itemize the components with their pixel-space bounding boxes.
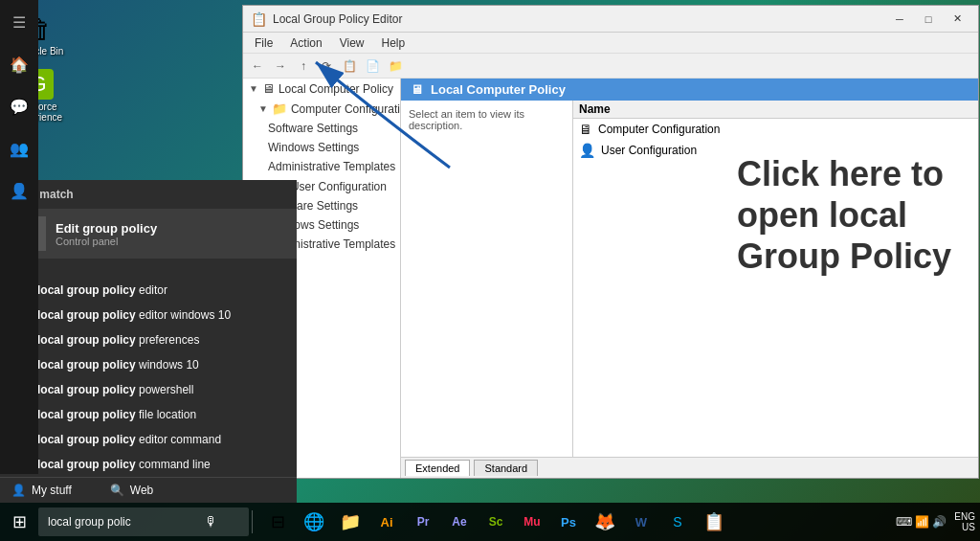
best-match-title: Edit group policy	[56, 221, 157, 236]
toolbar-up[interactable]: ↑	[293, 56, 314, 77]
tree-sw-label: Software Settings	[268, 122, 358, 135]
tree-uc-label: User Configuration	[291, 180, 387, 193]
best-match-label: Best match	[0, 180, 297, 209]
toolbar-refresh[interactable]: ⟳	[316, 56, 337, 77]
taskbar-mic-icon[interactable]: 🎙	[205, 514, 218, 530]
web-button[interactable]: 🔍 Web	[110, 484, 153, 497]
start-menu-footer: 👤 My stuff 🔍 Web	[0, 477, 297, 503]
gpe-desc-text: Select an item to view its description.	[409, 108, 524, 131]
maximize-button[interactable]: □	[915, 10, 942, 29]
gpe-list-header: Name	[573, 101, 978, 119]
tree-computer-config[interactable]: ▼ 📁 Computer Configuration	[243, 99, 400, 119]
sidebar-people-icon[interactable]: 👥	[2, 131, 36, 166]
taskbar-explorer[interactable]: 📁	[333, 505, 368, 539]
taskbar-firefox[interactable]: 🦊	[588, 505, 622, 539]
taskbar-sc[interactable]: Sc	[479, 505, 513, 539]
taskbar-notepad[interactable]: 📋	[697, 505, 731, 539]
search-result-4[interactable]: 🔍 local group policy powershell	[0, 377, 297, 402]
search-result-text-5: local group policy file location	[37, 408, 196, 421]
taskbar-right: ⌨ 📶 🔊 ENGUS	[896, 511, 980, 532]
search-result-5[interactable]: 🔍 local group policy file location	[0, 402, 297, 427]
toolbar-btn3[interactable]: 📁	[385, 56, 406, 77]
gpe-title-text: Local Group Policy Editor	[273, 12, 880, 26]
tree-admin-templates[interactable]: Administrative Templates	[243, 157, 400, 176]
taskbar-ae[interactable]: Ae	[442, 505, 477, 539]
sidebar-hamburger-icon[interactable]: ☰	[2, 5, 36, 39]
search-result-3[interactable]: 🔍 local group policy windows 10	[0, 352, 297, 377]
menu-file[interactable]: File	[247, 34, 280, 52]
my-stuff-label: My stuff	[32, 484, 72, 497]
taskbar-ps[interactable]: Ps	[551, 505, 586, 539]
search-result-1[interactable]: 🔍 local group policy editor windows 10	[0, 303, 297, 327]
toolbar-btn1[interactable]: 📋	[339, 56, 360, 77]
search-result-text-1: local group policy editor windows 10	[37, 308, 231, 322]
taskbar: ⊞ 🎙 ⊟ 🌐 📁 Ai Pr Ae Sc Mu Ps 🦊 W S 📋 ⌨ 📶 …	[0, 503, 980, 541]
gpe-right-panel: 🖥 Local Computer Policy Select an item t…	[401, 79, 978, 478]
tree-sw-settings[interactable]: Software Settings	[243, 119, 400, 138]
search-result-text-2: local group policy preferences	[37, 333, 199, 347]
taskbar-edge[interactable]: 🌐	[297, 505, 331, 539]
gpe-statusbar: Extended Standard	[401, 457, 978, 478]
my-stuff-icon: 👤	[11, 484, 26, 497]
gpe-panel-header: 🖥 Local Computer Policy	[401, 79, 978, 101]
gpe-window: 📋 Local Group Policy Editor ─ □ ✕ File A…	[242, 5, 979, 479]
search-result-6[interactable]: 🔍 local group policy editor command	[0, 427, 297, 452]
search-result-0[interactable]: 🔍 local group policy editor	[0, 278, 297, 303]
sidebar-user-icon[interactable]: 👤	[2, 173, 36, 208]
taskbar-illustrator[interactable]: Ai	[369, 505, 404, 539]
gpe-list-pane[interactable]: Name 🖥 Computer Configuration 👤 User Con…	[573, 101, 978, 457]
tree-root-arrow: ▼	[249, 83, 258, 94]
taskbar-notify-icons: ⌨ 📶 🔊	[896, 515, 947, 529]
taskbar-premiere[interactable]: Pr	[406, 505, 440, 539]
search-result-text-7: local group policy command line	[37, 458, 211, 471]
menu-help[interactable]: Help	[374, 34, 413, 52]
search-result-text-4: local group policy powershell	[37, 383, 193, 396]
taskbar-word[interactable]: W	[624, 505, 658, 539]
best-match-item[interactable]: ⚙ Edit group policy Control panel	[0, 209, 297, 259]
taskbar-apps: ⊟ 🌐 📁 Ai Pr Ae Sc Mu Ps 🦊 W S 📋	[260, 505, 731, 539]
taskbar-skype[interactable]: S	[660, 505, 695, 539]
web-icon: 🔍	[110, 484, 124, 497]
list-item-label-0: Computer Configuration	[598, 123, 720, 136]
menu-action[interactable]: Action	[282, 34, 329, 52]
window-controls: ─ □ ✕	[886, 10, 970, 29]
toolbar-forward[interactable]: →	[270, 56, 291, 77]
list-item-label-1: User Configuration	[601, 144, 697, 157]
toolbar-back[interactable]: ←	[247, 56, 268, 77]
tree-root[interactable]: ▼ 🖥 Local Computer Policy	[243, 79, 400, 99]
tree-win-settings[interactable]: Windows Settings	[243, 138, 400, 157]
taskbar-task-view[interactable]: ⊟	[260, 505, 295, 539]
web-label: Web	[130, 484, 153, 497]
search-result-7[interactable]: 🔍 local group policy command line	[0, 452, 297, 477]
gpe-titlebar: 📋 Local Group Policy Editor ─ □ ✕	[243, 6, 978, 33]
panel-header-title: Local Computer Policy	[431, 82, 566, 97]
minimize-button[interactable]: ─	[886, 10, 913, 29]
start-button[interactable]: ⊞	[0, 503, 38, 541]
toolbar-btn2[interactable]: 📄	[362, 56, 383, 77]
gpe-body: ▼ 🖥 Local Computer Policy ▼ 📁 Computer C…	[243, 79, 978, 478]
gpe-content-area: Select an item to view its description. …	[401, 101, 978, 457]
sidebar-chat-icon[interactable]: 💬	[2, 89, 36, 124]
tree-root-label: Local Computer Policy	[278, 82, 393, 96]
my-stuff-button[interactable]: 👤 My stuff	[11, 484, 72, 497]
taskbar-search-bar[interactable]: 🎙	[38, 507, 249, 536]
start-menu: Best match ⚙ Edit group policy Control p…	[0, 180, 297, 503]
taskbar-mu[interactable]: Mu	[515, 505, 549, 539]
list-item-icon-1: 👤	[579, 143, 595, 158]
taskbar-divider-1	[252, 510, 253, 533]
tree-cc-arrow: ▼	[258, 103, 268, 114]
left-sidebar: ☰ 🏠 💬 👥 👤	[0, 0, 38, 474]
list-item-icon-0: 🖥	[579, 122, 592, 137]
taskbar-search-input[interactable]	[48, 515, 201, 529]
tab-standard[interactable]: Standard	[474, 460, 538, 476]
menu-view[interactable]: View	[332, 34, 372, 52]
close-button[interactable]: ✕	[944, 10, 970, 29]
gpe-list-item-0[interactable]: 🖥 Computer Configuration	[573, 119, 978, 140]
gpe-list-item-1[interactable]: 👤 User Configuration	[573, 140, 978, 161]
gpe-description-pane: Select an item to view its description.	[401, 101, 573, 457]
tab-extended[interactable]: Extended	[405, 460, 470, 476]
tree-cc-label: Computer Configuration	[291, 102, 401, 116]
sidebar-home-icon[interactable]: 🏠	[2, 47, 36, 81]
search-result-2[interactable]: 🔍 local group policy preferences	[0, 327, 297, 352]
tree-cc-icon: 📁	[272, 101, 287, 116]
